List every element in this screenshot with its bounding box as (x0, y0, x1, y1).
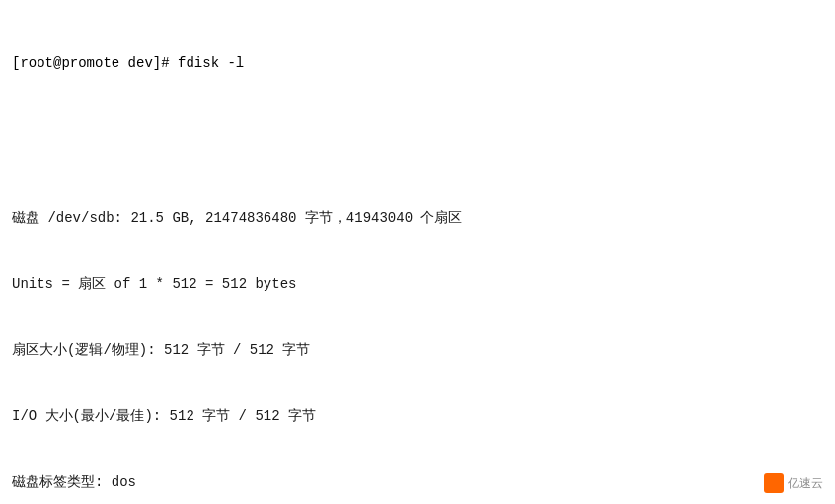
watermark-logo: 亿速云 (764, 473, 823, 493)
sdb-line5: 磁盘标签类型: dos (12, 471, 823, 493)
sdb-line3: 扇区大小(逻辑/物理): 512 字节 / 512 字节 (12, 339, 823, 361)
terminal-output: [root@promote dev]# fdisk -l 磁盘 /dev/sdb… (0, 0, 835, 504)
sdb-line4: I/O 大小(最小/最佳): 512 字节 / 512 字节 (12, 405, 823, 427)
empty-line-1 (12, 118, 823, 140)
sdb-line2: Units = 扇区 of 1 * 512 = 512 bytes (12, 273, 823, 295)
prompt-line: [root@promote dev]# fdisk -l (12, 52, 823, 74)
watermark-text: 亿速云 (788, 475, 823, 492)
watermark: 亿速云 (764, 473, 823, 496)
watermark-icon (764, 473, 784, 493)
sdb-line1: 磁盘 /dev/sdb: 21.5 GB, 21474836480 字节，419… (12, 207, 823, 229)
